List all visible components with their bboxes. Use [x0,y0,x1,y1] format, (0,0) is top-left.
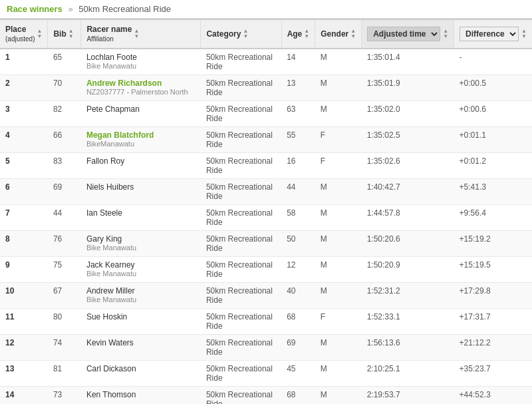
cell-age: 12 [281,257,315,283]
cell-gender: M [315,179,362,205]
cell-bib: 66 [48,127,81,153]
cell-place: 11 [0,309,48,335]
cell-difference: - [454,49,532,75]
category-sort[interactable]: Category ▲▼ [206,29,248,39]
cell-age: 14 [281,49,315,75]
cell-racer-name: Ian Steele [81,205,201,231]
cell-category: 50km Recreational Ride [201,257,281,283]
cell-gender: M [315,231,362,257]
cell-gender: M [315,257,362,283]
table-row: 744Ian Steele50km Recreational Ride58M1:… [0,205,532,231]
cell-difference: +5:41.3 [454,179,532,205]
cell-place: 1 [0,49,48,75]
cell-bib: 82 [48,101,81,127]
racer-affiliation: Bike Manawatu [86,296,196,303]
cell-gender: F [315,309,362,335]
cell-gender: M [315,49,362,75]
cell-adjusted-time: 1:52:31.2 [362,283,454,309]
table-row: 382Pete Chapman50km Recreational Ride63M… [0,101,532,127]
cell-difference: +17:29.8 [454,283,532,309]
col-racer-name: Racer nameAffiliation ▲▼ [81,19,201,49]
col-gender: Gender ▲▼ [315,19,362,49]
racer-name-text: Ian Steele [86,208,122,218]
cell-place: 4 [0,127,48,153]
breadcrumb-header: Race winners » 50km Recreational Ride [0,0,532,19]
cell-racer-name: Carl Dickason [81,361,201,387]
cell-category: 50km Recreational Ride [201,101,281,127]
table-row: 975Jack KearneyBike Manawatu50km Recreat… [0,257,532,283]
cell-adjusted-time: 1:35:02.6 [362,153,454,179]
cell-age: 68 [281,309,315,335]
racer-name-link[interactable]: Andrew Richardson [86,79,162,88]
cell-age: 16 [281,153,315,179]
adjusted-time-select[interactable]: Adjusted time [367,27,440,41]
cell-difference: +15:19.2 [454,231,532,257]
cell-racer-name: Ken Thomson [81,387,201,405]
table-row: 1067Andrew MillerBike Manawatu50km Recre… [0,283,532,309]
cell-gender: F [315,153,362,179]
age-sort[interactable]: Age ▲▼ [287,29,310,39]
cell-bib: 76 [48,231,81,257]
cell-difference: +0:01.2 [454,153,532,179]
cell-racer-name: Lochlan FooteBike Manawatu [81,49,201,75]
bib-sort[interactable]: Bib ▲▼ [53,29,73,39]
cell-adjusted-time: 2:19:53.7 [362,387,454,405]
cell-age: 68 [281,387,315,405]
racer-name-text: Pete Chapman [86,104,140,114]
cell-racer-name: Kevin Waters [81,335,201,361]
cell-category: 50km Recreational Ride [201,153,281,179]
cell-category: 50km Recreational Ride [201,309,281,335]
table-row: 466Megan BlatchfordBikeManawatu50km Recr… [0,127,532,153]
racer-name-text: Sue Hoskin [86,312,127,321]
difference-select[interactable]: Difference [460,27,519,41]
table-row: 1274Kevin Waters50km Recreational Ride69… [0,335,532,361]
cell-age: 69 [281,335,315,361]
cell-difference: +21:12.2 [454,335,532,361]
cell-place: 10 [0,283,48,309]
table-row: 669Niels Huibers50km Recreational Ride44… [0,179,532,205]
cell-adjusted-time: 2:10:25.1 [362,361,454,387]
cell-age: 50 [281,231,315,257]
racer-affiliation: Bike Manawatu [86,62,196,70]
table-row: 1473Ken Thomson50km Recreational Ride68M… [0,387,532,405]
cell-category: 50km Recreational Ride [201,387,281,405]
cell-age: 63 [281,101,315,127]
cell-age: 58 [281,205,315,231]
racer-name-link[interactable]: Megan Blatchford [86,130,154,140]
table-row: 165Lochlan FooteBike Manawatu50km Recrea… [0,49,532,75]
cell-place: 13 [0,361,48,387]
racer-affiliation: Bike Manawatu [86,270,196,278]
cell-adjusted-time: 1:35:01.4 [362,49,454,75]
racer-name-text: Ken Thomson [86,390,136,399]
cell-place: 8 [0,231,48,257]
col-category: Category ▲▼ [201,19,281,49]
cell-bib: 80 [48,309,81,335]
cell-difference: +0:01.1 [454,127,532,153]
cell-bib: 75 [48,257,81,283]
racer-name-text: Fallon Roy [86,156,124,166]
cell-racer-name: Jack KearneyBike Manawatu [81,257,201,283]
racer-name-text: Gary King [86,234,122,244]
cell-category: 50km Recreational Ride [201,127,281,153]
cell-gender: M [315,361,362,387]
racer-name-text: Carl Dickason [86,364,136,373]
cell-gender: M [315,335,362,361]
cell-racer-name: Niels Huibers [81,179,201,205]
cell-difference: +15:19.5 [454,257,532,283]
gender-sort[interactable]: Gender ▲▼ [321,29,356,39]
cell-bib: 44 [48,205,81,231]
breadcrumb-separator: » [68,4,72,14]
cell-age: 40 [281,283,315,309]
place-sort[interactable]: Place(adjusted) ▲▼ [5,25,42,43]
table-row: 583Fallon Roy50km Recreational Ride16F1:… [0,153,532,179]
cell-bib: 81 [48,361,81,387]
breadcrumb-link[interactable]: Race winners [7,4,63,14]
cell-place: 9 [0,257,48,283]
cell-difference: +0:00.6 [454,101,532,127]
racer-name-sort[interactable]: Racer nameAffiliation ▲▼ [86,25,139,43]
results-table: Place(adjusted) ▲▼ Bib ▲▼ Racer nameAffi… [0,19,532,404]
racer-name-text: Andrew Miller [86,286,135,296]
cell-bib: 74 [48,335,81,361]
cell-adjusted-time: 1:35:01.9 [362,75,454,101]
racer-name-text: Niels Huibers [86,182,134,192]
